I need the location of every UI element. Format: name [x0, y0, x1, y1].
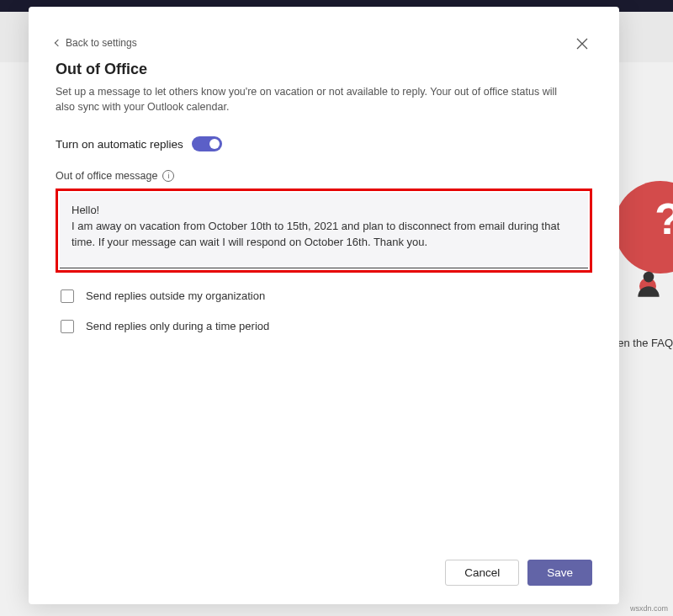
send-outside-org-checkbox[interactable]: [61, 289, 74, 303]
out-of-office-message-input[interactable]: Hello! I am away on vacation from Octobe…: [60, 193, 588, 268]
send-outside-org-label: Send replies outside my organization: [86, 289, 265, 302]
message-highlight-box: Hello! I am away on vacation from Octobe…: [56, 189, 592, 273]
page-title: Out of Office: [56, 61, 592, 78]
faq-link-text[interactable]: en the FAQ: [617, 337, 673, 349]
out-of-office-modal: Back to settings Out of Office Set up a …: [29, 7, 619, 604]
question-mark-icon: ?: [654, 194, 673, 244]
watermark-text: wsxdn.com: [630, 604, 668, 613]
page-description: Set up a message to let others know you'…: [56, 85, 560, 114]
toggle-label: Turn on automatic replies: [56, 138, 183, 151]
message-label-row: Out of office message i: [56, 170, 592, 182]
modal-footer: Cancel Save: [56, 544, 592, 586]
toggle-knob-icon: [209, 139, 220, 149]
message-label: Out of office message: [56, 170, 157, 182]
send-time-period-label: Send replies only during a time period: [86, 320, 269, 332]
back-link-label: Back to settings: [66, 37, 137, 49]
back-to-settings-link[interactable]: Back to settings: [56, 37, 592, 49]
cancel-button[interactable]: Cancel: [445, 560, 519, 586]
close-icon: [575, 37, 589, 50]
send-time-period-row[interactable]: Send replies only during a time period: [56, 320, 592, 333]
close-button[interactable]: [575, 37, 594, 56]
send-time-period-checkbox[interactable]: [61, 320, 74, 333]
chevron-left-icon: [55, 40, 61, 46]
info-icon[interactable]: i: [162, 170, 174, 182]
automatic-replies-toggle[interactable]: [192, 136, 222, 151]
person-avatar-icon: [633, 268, 665, 300]
svg-point-0: [644, 272, 654, 283]
save-button[interactable]: Save: [527, 560, 592, 586]
send-outside-org-row[interactable]: Send replies outside my organization: [56, 289, 592, 303]
automatic-replies-toggle-row: Turn on automatic replies: [56, 136, 592, 151]
